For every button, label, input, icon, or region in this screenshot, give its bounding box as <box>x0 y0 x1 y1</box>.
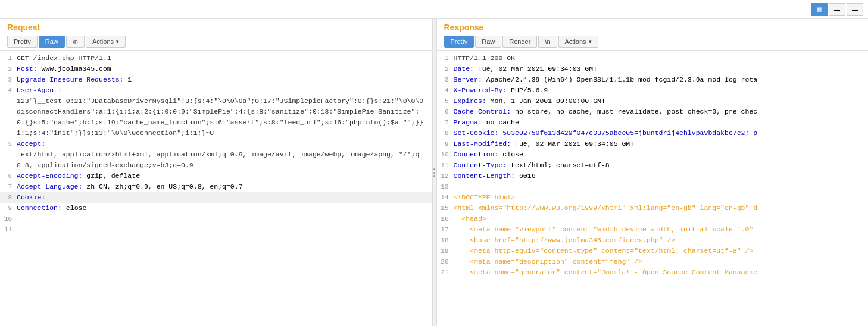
resp-line-8: 8 Set-Cookie: 583e02750f613d429f047c0375… <box>437 128 869 139</box>
view-toggle: ▦ ▬ ▬ <box>811 3 863 16</box>
resp-line-15: 15 <html xmlns="http://www.w3.org/1999/x… <box>437 203 869 214</box>
response-content[interactable]: 1 HTTP/1.1 200 OK 2 Date: Tue, 02 Mar 20… <box>437 51 869 326</box>
resp-line-21: 21 <meta name="generator" content="Jooml… <box>437 267 869 278</box>
resp-line-14: 14 <!DOCTYPE html> <box>437 192 869 203</box>
req-line-10: 10 <box>0 214 432 224</box>
request-tab-pretty[interactable]: Pretty <box>7 36 38 48</box>
req-line-4b: 123"}__test|0:21:"JDatabaseDriverMysqli"… <box>0 96 432 139</box>
resp-line-1: 1 HTTP/1.1 200 OK <box>437 53 869 64</box>
resp-line-12: 12 Content-Length: 6016 <box>437 171 869 181</box>
top-bar: ▦ ▬ ▬ <box>0 0 868 19</box>
resp-line-19: 19 <meta http-equiv="content-type" conte… <box>437 246 869 256</box>
resp-line-10: 10 Connection: close <box>437 149 869 160</box>
req-line-4: 4 User-Agent: <box>0 85 432 96</box>
actions-chevron-icon: ▾ <box>116 39 119 45</box>
req-line-1: 1 GET /index.php HTTP/1.1 <box>0 53 432 64</box>
resp-line-17: 17 <meta name="viewport" content="width=… <box>437 224 869 235</box>
horizontal-view-button[interactable]: ▬ <box>829 3 845 16</box>
response-tab-render[interactable]: Render <box>502 36 537 48</box>
resp-line-18: 18 <base href="http://www.joolma345.com/… <box>437 235 869 246</box>
resp-line-11: 11 Content-Type: text/html; charset=utf-… <box>437 160 869 171</box>
req-line-2: 2 Host: www.joolma345.com <box>0 64 432 74</box>
response-tab-actions[interactable]: Actions ▾ <box>558 36 598 48</box>
req-line-5b: text/html, application/xhtml+xml, applic… <box>0 149 432 171</box>
resp-line-4: 4 X-Powered-By: PHP/5.6.9 <box>437 85 869 96</box>
response-title: Response <box>444 23 861 32</box>
req-line-11: 11 <box>0 224 432 235</box>
req-line-9: 9 Connection: close <box>0 203 432 214</box>
panel-divider[interactable] <box>432 19 437 326</box>
request-tab-bar: Pretty Raw \n Actions ▾ <box>7 36 424 48</box>
resp-actions-chevron-icon: ▾ <box>589 39 592 45</box>
request-tab-raw[interactable]: Raw <box>39 36 65 48</box>
resp-line-9: 9 Last-Modified: Tue, 02 Mar 2021 09:34:… <box>437 139 869 149</box>
resp-line-5: 5 Expires: Mon, 1 Jan 2001 00:00:00 GMT <box>437 96 869 106</box>
req-line-8: 8 Cookie: <box>0 192 432 203</box>
req-line-6: 6 Accept-Encoding: gzip, deflate <box>0 171 432 181</box>
request-title: Request <box>7 23 424 32</box>
resp-line-7: 7 Pragma: no-cache <box>437 117 869 128</box>
panels-container: Request Pretty Raw \n Actions ▾ 1 GET /i… <box>0 19 868 326</box>
request-panel: Request Pretty Raw \n Actions ▾ 1 GET /i… <box>0 19 432 326</box>
request-header: Request Pretty Raw \n Actions ▾ <box>0 19 432 51</box>
resp-line-3: 3 Server: Apache/2.4.39 (Win64) OpenSSL/… <box>437 74 869 85</box>
split-view-button[interactable]: ▦ <box>811 3 828 16</box>
resp-line-6: 6 Cache-Control: no-store, no-cache, mus… <box>437 106 869 117</box>
req-line-7: 7 Accept-Language: zh-CN, zh;q=0.9, en-U… <box>0 181 432 192</box>
request-tab-actions[interactable]: Actions ▾ <box>86 36 126 48</box>
response-tab-bar: Pretty Raw Render \n Actions ▾ <box>444 36 861 48</box>
resp-line-20: 20 <meta name="description" content="fen… <box>437 256 869 267</box>
response-tab-raw[interactable]: Raw <box>475 36 501 48</box>
response-tab-newline[interactable]: \n <box>538 36 557 48</box>
response-header: Response Pretty Raw Render \n Actions ▾ <box>437 19 869 51</box>
resp-line-13: 13 <box>437 181 869 192</box>
response-panel: Response Pretty Raw Render \n Actions ▾ … <box>437 19 869 326</box>
req-line-5: 5 Accept: <box>0 139 432 149</box>
req-line-3: 3 Upgrade-Insecure-Requests: 1 <box>0 74 432 85</box>
resp-line-16: 16 <head> <box>437 214 869 224</box>
resp-line-2: 2 Date: Tue, 02 Mar 2021 09:34:03 GMT <box>437 64 869 74</box>
single-view-button[interactable]: ▬ <box>847 3 863 16</box>
request-tab-newline[interactable]: \n <box>66 36 85 48</box>
response-tab-pretty[interactable]: Pretty <box>444 36 474 48</box>
request-content[interactable]: 1 GET /index.php HTTP/1.1 2 Host: www.jo… <box>0 51 432 326</box>
